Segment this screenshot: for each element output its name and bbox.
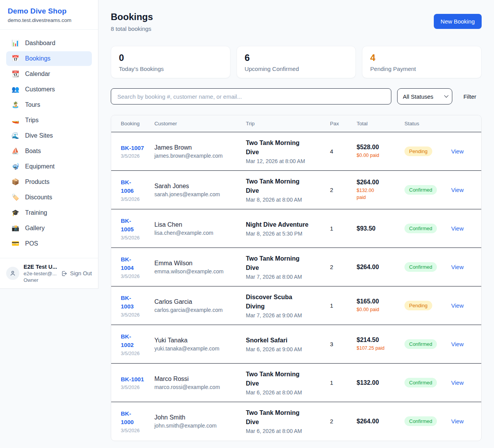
pax-count: 2 [330, 248, 357, 286]
column-header-booking: Booking [111, 115, 154, 132]
pax-count: 1 [330, 209, 357, 248]
bookings-table-card: Booking Customer Trip Pax Total Status [111, 115, 482, 441]
sidebar-item-dashboard[interactable]: 📊 Dashboard [6, 36, 92, 51]
booking-id-link[interactable]: BK- 1004 [121, 255, 151, 273]
status-badge: Pending [404, 301, 432, 310]
column-header-status: Status [404, 115, 451, 132]
customer-name: Lisa Chen [154, 221, 243, 228]
trip-datetime: Mar 8, 2026 at 8:00 AM [246, 197, 327, 203]
sidebar-nav: 📊 Dashboard 📅 Bookings 📆 Calendar 👥 Cust… [0, 30, 98, 258]
table-row: BK- 1006 3/5/2026 Sarah Jones sarah.jone… [111, 171, 481, 209]
nav-icon: 🚤 [11, 117, 20, 123]
column-header-customer: Customer [154, 115, 246, 132]
booking-id-link[interactable]: BK- 1000 [121, 409, 151, 427]
view-link[interactable]: View [451, 341, 464, 347]
view-link[interactable]: View [451, 187, 464, 193]
sidebar-item-products[interactable]: 📦 Products [6, 175, 92, 189]
customer-name: Carlos Garcia [154, 298, 243, 305]
trip-name: Two Tank Morning Dive [246, 408, 327, 427]
booking-id-link[interactable]: BK- 1005 [121, 217, 151, 234]
stat-card: 0 Today's Bookings [111, 46, 230, 78]
nav-icon: 🤿 [11, 163, 20, 170]
pax-count: 4 [330, 132, 357, 171]
view-link[interactable]: View [451, 379, 464, 386]
paid-amount: $107.25 paid [357, 345, 401, 352]
booking-id-link[interactable]: BK- 1006 [121, 178, 151, 195]
sidebar-item-label: Boats [25, 148, 41, 155]
status-badge: Confirmed [404, 416, 437, 426]
booking-id-link[interactable]: BK-1001 [121, 375, 151, 384]
booking-id-link[interactable]: BK- 1002 [121, 332, 151, 350]
stats-cards: 0 Today's Bookings 6 Upcoming Confirmed … [111, 46, 482, 78]
sidebar-item-customers[interactable]: 👥 Customers [6, 82, 92, 97]
sidebar-item-label: Dashboard [25, 40, 55, 47]
customer-name: John Smith [154, 414, 243, 421]
table-row: BK-1007 3/5/2026 James Brown james.brown… [111, 132, 481, 171]
trip-datetime: Mar 8, 2026 at 5:30 PM [246, 231, 327, 237]
nav-icon: 🌊 [11, 133, 20, 139]
customer-email: yuki.tanaka@example.com [154, 345, 243, 352]
view-link[interactable]: View [451, 225, 464, 232]
sidebar-item-label: Products [25, 179, 49, 185]
nav-icon: 🎓 [11, 210, 20, 216]
sidebar-item-label: Calendar [25, 71, 50, 77]
main-content: Bookings 8 total bookings New Booking 0 … [98, 0, 494, 448]
user-email: e2e-tester@... [24, 271, 57, 276]
status-select[interactable]: All Statuses [397, 88, 452, 104]
sidebar-item-gallery[interactable]: 📸 Gallery [6, 221, 92, 236]
trip-datetime: Mar 6, 2026 at 8:00 AM [246, 428, 327, 434]
view-link[interactable]: View [451, 302, 464, 309]
table-row: BK- 1000 3/5/2026 John Smith john.smith@… [111, 402, 481, 441]
trip-name: Night Dive Adventure [246, 220, 327, 229]
sidebar-item-boats[interactable]: ⛵ Boats [6, 144, 92, 158]
total-amount: $132.00 [357, 379, 401, 386]
customer-email: lisa.chen@example.com [154, 230, 243, 236]
table-row: BK-1001 3/5/2026 Marco Rossi marco.rossi… [111, 364, 481, 402]
nav-icon: 📆 [11, 71, 20, 77]
booking-id-link[interactable]: BK-1007 [121, 144, 151, 153]
search-input[interactable] [111, 88, 391, 104]
trip-datetime: Mar 7, 2026 at 8:00 AM [246, 274, 327, 280]
nav-icon: 👥 [11, 86, 20, 93]
sidebar-item-label: Dive Sites [25, 132, 53, 139]
total-amount: $264.00 [357, 179, 401, 186]
nav-icon: 💳 [11, 241, 20, 247]
booking-date: 3/5/2026 [121, 235, 151, 241]
sidebar-item-trips[interactable]: 🚤 Trips [6, 113, 92, 128]
total-amount: $165.00 [357, 298, 401, 305]
stat-card: 4 Pending Payment [362, 46, 482, 78]
view-link[interactable]: View [451, 148, 464, 155]
view-link[interactable]: View [451, 264, 464, 270]
page-header-text: Bookings 8 total bookings [111, 12, 153, 32]
brand-block: Demo Dive Shop demo.test.divestreams.com [0, 0, 98, 30]
total-amount: $264.00 [357, 418, 401, 425]
stat-label: Today's Bookings [119, 66, 222, 72]
status-badge: Pending [404, 147, 432, 156]
nav-icon: 📊 [11, 40, 20, 46]
booking-id-link[interactable]: BK- 1003 [121, 294, 151, 311]
view-link[interactable]: View [451, 418, 464, 424]
sidebar-item-dive-sites[interactable]: 🌊 Dive Sites [6, 128, 92, 143]
trip-name: Discover Scuba Diving [246, 293, 327, 311]
sidebar-item-equipment[interactable]: 🤿 Equipment [6, 159, 92, 174]
new-booking-button[interactable]: New Booking [434, 14, 482, 29]
sign-out-button[interactable]: Sign Out [61, 270, 92, 277]
sidebar-item-tours[interactable]: 🏝️ Tours [6, 98, 92, 112]
sidebar-item-bookings[interactable]: 📅 Bookings [6, 51, 92, 66]
filter-button[interactable]: Filter [458, 90, 482, 103]
sidebar-item-calendar[interactable]: 📆 Calendar [6, 67, 92, 81]
trip-datetime: Mar 12, 2026 at 8:00 AM [246, 158, 327, 164]
nav-icon: 🏝️ [11, 102, 20, 108]
sidebar-item-label: Tours [25, 101, 40, 108]
trip-name: Snorkel Safari [246, 336, 327, 345]
customer-name: James Brown [154, 144, 243, 151]
sidebar-item-label: Bookings [25, 55, 51, 62]
customer-name: Emma Wilson [154, 260, 243, 267]
sign-out-icon [61, 270, 68, 277]
sidebar-item-label: Trips [25, 117, 39, 124]
sidebar-item-pos[interactable]: 💳 POS [6, 236, 92, 251]
trip-name: Two Tank Morning Dive [246, 138, 327, 157]
table-row: BK- 1002 3/5/2026 Yuki Tanaka yuki.tanak… [111, 325, 481, 364]
sidebar-item-training[interactable]: 🎓 Training [6, 205, 92, 220]
sidebar-item-discounts[interactable]: 🏷️ Discounts [6, 190, 92, 205]
